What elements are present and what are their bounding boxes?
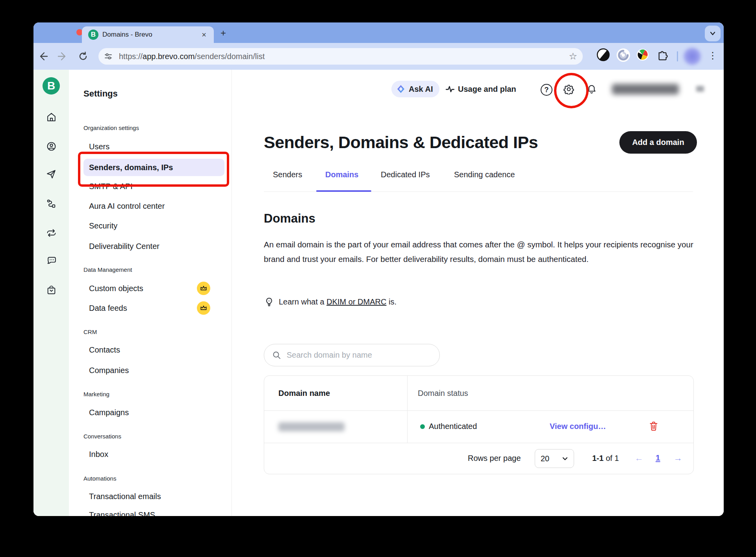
help-icon[interactable]: ? <box>541 84 552 96</box>
commerce-bag-icon[interactable] <box>46 285 57 295</box>
rows-per-page-value: 20 <box>541 454 549 463</box>
reload-icon[interactable] <box>78 51 89 62</box>
pagination-range: 1-1 of 1 <box>592 454 619 463</box>
browser-toolbar: https://app.brevo.com/senders/domain/lis… <box>33 43 724 70</box>
sidebar-item-data-feeds[interactable]: Data feeds <box>89 299 127 317</box>
domain-name-redacted <box>278 422 345 431</box>
dkim-dmarc-link[interactable]: DKIM or DMARC <box>326 297 386 306</box>
screenshot-stage: B Domains - Brevo × + https://app.brevo.… <box>0 0 756 557</box>
sidebar-item-deliverability[interactable]: Deliverability Center <box>89 238 159 255</box>
domains-table: Domain name Domain status Authenticated … <box>264 375 694 474</box>
toolbar-separator <box>677 51 678 61</box>
sidebar-item-contacts[interactable]: Contacts <box>89 341 120 358</box>
sidebar-item-aura-ai[interactable]: Aura AI control center <box>89 197 165 215</box>
url-host: app.brevo.com <box>143 52 195 61</box>
page-title: Senders, Domains & Dedicated IPs <box>264 133 538 152</box>
account-menu-chevron-icon[interactable] <box>696 86 704 92</box>
account-name-redacted[interactable] <box>612 84 679 95</box>
ask-ai-label: Ask AI <box>409 85 433 94</box>
sidebar-section-conversations: Conversations <box>83 433 121 440</box>
domain-search <box>264 344 440 366</box>
rows-per-page-label: Rows per page <box>468 454 521 463</box>
add-domain-button[interactable]: Add a domain <box>619 131 697 154</box>
sidebar-item-transactional-emails[interactable]: Transactional emails <box>89 488 161 505</box>
status-dot-icon <box>420 424 425 429</box>
settings-sidebar: Settings Organization settings Users Sen… <box>69 70 232 516</box>
pagination-prev-icon[interactable]: ← <box>635 453 643 463</box>
profile-avatar[interactable] <box>684 48 701 65</box>
rows-per-page-select[interactable]: 20 <box>535 449 574 468</box>
sidebar-section-organization: Organization settings <box>83 124 139 131</box>
site-settings-icon[interactable] <box>104 52 113 61</box>
browser-window: B Domains - Brevo × + https://app.brevo.… <box>33 22 724 516</box>
usage-and-plan-label: Usage and plan <box>458 85 516 94</box>
url-bar[interactable]: https://app.brevo.com/senders/domain/lis… <box>98 48 583 65</box>
row-divider <box>264 410 693 411</box>
contacts-icon[interactable] <box>46 141 57 152</box>
tab-sending-cadence[interactable]: Sending cadence <box>454 170 515 179</box>
sidebar-section-automations: Automations <box>83 475 116 482</box>
icon-rail: B <box>33 70 69 516</box>
delete-domain-trash-icon[interactable] <box>649 421 658 431</box>
view-configuration-link[interactable]: View configu… <box>550 422 606 431</box>
status-badge: Authenticated <box>429 422 477 431</box>
pagination-next-icon[interactable]: → <box>674 453 682 463</box>
campaigns-send-icon[interactable] <box>46 169 57 180</box>
range-total: of 1 <box>606 454 619 462</box>
tab-search-chevron-icon[interactable] <box>705 26 721 41</box>
sidebar-item-campaigns[interactable]: Campaigns <box>89 404 129 421</box>
url-scheme: https:// <box>119 52 143 61</box>
learn-text-prefix: Learn what a <box>279 297 326 306</box>
browser-tab-strip: B Domains - Brevo × + <box>33 22 724 43</box>
extension-darkmode-icon[interactable] <box>596 48 610 62</box>
footer-divider <box>264 443 693 443</box>
annotation-red-box <box>78 152 229 187</box>
search-input[interactable] <box>286 350 421 360</box>
column-header-domain-status: Domain status <box>418 389 468 398</box>
brevo-logo[interactable]: B <box>43 77 60 95</box>
url-path: /senders/domain/list <box>195 52 265 61</box>
search-icon <box>272 351 281 360</box>
usage-and-plan-button[interactable]: Usage and plan <box>445 81 516 97</box>
tab-title: Domains - Brevo <box>102 31 152 39</box>
forward-icon[interactable] <box>57 51 68 62</box>
ai-diamond-icon <box>396 84 406 94</box>
brevo-app: B Settings <box>33 70 724 516</box>
browser-tab[interactable]: B Domains - Brevo × <box>82 26 214 43</box>
tab-senders[interactable]: Senders <box>273 170 302 179</box>
sidebar-section-data-management: Data Management <box>83 266 132 273</box>
bookmark-star-icon[interactable]: ☆ <box>569 51 577 62</box>
home-icon[interactable] <box>46 112 57 123</box>
automation-repeat-icon[interactable] <box>46 228 57 238</box>
url-text: https://app.brevo.com/senders/domain/lis… <box>119 52 265 61</box>
sidebar-item-inbox[interactable]: Inbox <box>89 446 108 463</box>
learn-text-suffix: is. <box>386 297 397 306</box>
column-divider <box>407 376 408 443</box>
journey-icon[interactable] <box>46 199 57 209</box>
activity-icon <box>445 84 455 94</box>
sidebar-title: Settings <box>83 89 118 99</box>
ask-ai-button[interactable]: Ask AI <box>391 81 439 97</box>
tab-dedicated-ips[interactable]: Dedicated IPs <box>381 170 430 179</box>
section-description: An email domain is the part of your emai… <box>264 237 703 266</box>
active-tab-underline <box>316 190 371 192</box>
extension-swirl-icon[interactable] <box>616 48 631 63</box>
conversations-icon[interactable] <box>46 256 57 266</box>
sidebar-item-transactional-sms[interactable]: Transactional SMS <box>89 506 155 516</box>
crown-badge-icon <box>197 301 210 315</box>
sidebar-section-marketing: Marketing <box>83 391 109 397</box>
tab-close-icon[interactable]: × <box>199 30 209 40</box>
sidebar-item-companies[interactable]: Companies <box>89 362 129 379</box>
browser-menu-kebab-icon[interactable]: ⋮ <box>708 50 717 61</box>
tab-domains[interactable]: Domains <box>325 170 358 179</box>
sidebar-item-custom-objects[interactable]: Custom objects <box>89 280 143 297</box>
new-tab-button[interactable]: + <box>218 28 229 39</box>
extensions-puzzle-icon[interactable] <box>657 50 669 62</box>
pagination-page-1[interactable]: 1 <box>656 453 660 462</box>
back-icon[interactable] <box>37 51 48 62</box>
annotation-red-circle <box>554 73 589 108</box>
extension-colorpicker-icon[interactable] <box>636 48 650 62</box>
sidebar-item-security[interactable]: Security <box>89 217 117 234</box>
select-chevron-icon <box>562 455 568 462</box>
learn-row: Learn what a DKIM or DMARC is. <box>264 297 397 307</box>
